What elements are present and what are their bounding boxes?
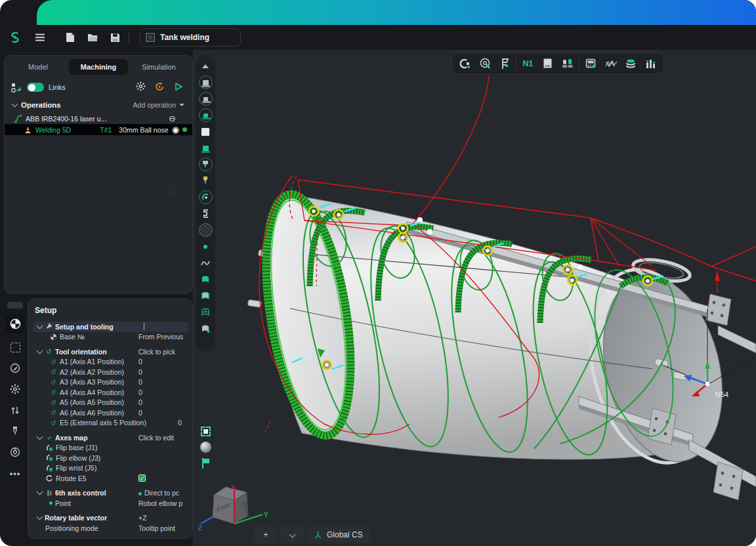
stock-box-icon[interactable] [197,123,214,140]
datum-icon [10,318,21,329]
tab-model[interactable]: Model [9,59,68,75]
robot-cell-icon[interactable] [558,55,578,72]
setup-panel: Setup Setup and tooling Base № From Prev… [28,299,193,539]
strip-handle[interactable] [7,302,23,308]
layers-icon[interactable] [621,55,640,72]
surface-sheet-icon[interactable] [197,287,214,304]
setup-row-flip-elbow[interactable]: Flip elbow (J3) [33,453,188,463]
main-menu-button[interactable] [30,29,50,46]
chevron-down-icon [37,514,43,520]
recalculate-button[interactable] [152,81,167,94]
setup-row-a2[interactable]: ↺A2 (Axis A2 Position)0 [33,367,188,377]
operations-header[interactable]: Operations Add operation [5,97,192,113]
save-file-button[interactable] [105,29,125,46]
rotary-icon[interactable] [197,189,214,205]
setup-row-flip-wrist[interactable]: Flip wrist (J5) [33,463,188,474]
setup-row-a1[interactable]: ↺A1 (Axis A1 Position)0 [33,357,188,368]
setup-row-e5[interactable]: ↺E5 (External axis 5 Position)0 [33,418,188,429]
zoom-fit-icon[interactable] [201,427,211,436]
setup-row-rotate-e5[interactable]: Rotate E5 ✓ [33,473,188,484]
points-icon[interactable] [197,238,214,255]
clamp-icon[interactable] [197,205,214,222]
links-toggle[interactable] [27,83,44,92]
diagram-icon[interactable] [601,55,621,72]
new-file-button[interactable] [60,29,80,46]
setup-row-tool-orientation[interactable]: ↺ Tool orientation Click to pick [33,346,188,357]
viewport-3d[interactable]: N54 N1 [193,50,756,546]
point-bullet [49,501,52,505]
strip-settings-button[interactable] [5,381,25,398]
spindle-icon[interactable] [197,156,214,173]
curves-icon[interactable] [197,255,214,271]
tab-machining[interactable]: Machining [69,59,128,75]
run-button[interactable] [171,82,186,93]
tool-bit-icon[interactable] [197,173,214,189]
axis-icon: ↺ [49,399,58,406]
setup-row-positioning-mode[interactable]: Positioning mode Tooltip point [33,523,188,534]
tree-item-welding[interactable]: Welding 5D T#1 30mm Ball nose ◉ [5,124,192,135]
machine-2-icon[interactable] [197,91,214,107]
setup-row-a5[interactable]: ↺A5 (Axis A5 Position)0 [33,398,188,408]
global-cs-button[interactable]: Global CS [307,526,369,543]
swap-arrows-button[interactable] [5,402,25,419]
scene-3d[interactable]: N54 [193,50,756,546]
setup-row-rotary-vector[interactable]: Rotary table vector +Z [33,513,188,524]
tree-item-robot[interactable]: ABB IRB2400-16 laser u... ⊖ [5,113,192,124]
settings-gear-button[interactable] [133,81,148,93]
cs-dropdown-button[interactable] [281,526,303,543]
setup-row-6th-axis[interactable]: 6th axis control Direct to pc [33,488,188,499]
axis-y-label: Y [264,511,268,518]
mesh-icon[interactable] [197,222,214,238]
document-title-box[interactable]: Tank welding [140,28,241,47]
marquee-select-button[interactable] [5,339,25,356]
panel-tabs: Model Machining Simulation [5,56,192,77]
operation-enabled-dot[interactable] [182,127,187,132]
nc-program-icon[interactable]: N1 [518,55,537,72]
add-operation-button[interactable]: Add operation [133,101,184,109]
axis-x-label: X [231,484,235,490]
measure-tape-icon[interactable] [474,55,494,72]
app-logo[interactable] [5,29,25,46]
dial-button[interactable] [5,444,25,461]
collapse-up-icon[interactable] [197,58,214,74]
stock-icon[interactable] [538,55,558,72]
operation-name: Welding 5D [35,126,71,134]
orientation-icon: ↺ [45,348,53,355]
machine-active-icon[interactable] [197,140,214,156]
rotate-e5-checkbox[interactable]: ✓ [138,474,146,482]
setup-row-a3[interactable]: ↺A3 (Axis A3 Position)0 [33,377,188,388]
setup-row-a4[interactable]: ↺A4 (Axis A4 Position)0 [33,387,188,398]
new-file-icon [66,32,75,43]
setup-row-base[interactable]: Base № From Previous [33,332,188,343]
setup-row-flip-base[interactable]: Flip base (J1) [33,443,188,453]
compass-button[interactable] [5,360,25,377]
tab-simulation[interactable]: Simulation [129,59,188,75]
setup-row-a6[interactable]: ↺A6 (Axis A6 Position)0 [33,408,188,418]
caliper-icon[interactable] [495,55,514,72]
setup-row-axes-map[interactable]: Axes map Click to edit [33,432,188,443]
target-circle-icon[interactable]: ◉ [172,125,179,134]
more-button[interactable]: ••• [5,465,25,482]
document-title: Tank welding [160,33,209,42]
machine-3-icon[interactable] [197,107,214,123]
open-file-button[interactable] [83,29,102,46]
statistics-icon[interactable] [641,55,661,72]
links-graph-icon [11,83,22,93]
axis-icon: ↺ [49,419,58,427]
control-panel-icon[interactable] [581,55,600,72]
go-flag-icon[interactable] [201,458,210,469]
caret-down-icon [179,104,184,106]
datum-button[interactable] [5,314,25,333]
shading-sphere-icon[interactable] [200,442,211,453]
add-cs-button[interactable]: + [255,526,277,543]
surface-point-icon[interactable] [197,320,214,337]
machine-1-icon[interactable] [197,74,214,91]
minus-circle-icon[interactable]: ⊖ [169,114,176,123]
drill-tool-button[interactable] [5,423,25,440]
surface-solid-icon[interactable] [197,271,214,287]
surface-grid-icon[interactable] [197,304,214,320]
setup-row-setup-and-tooling[interactable]: Setup and tooling [33,322,188,332]
snap-settings-icon[interactable] [455,55,474,72]
setup-row-point[interactable]: Point Robot elbow p [33,498,188,509]
app-window: Tank welding Model Machining Simulation … [0,0,756,546]
